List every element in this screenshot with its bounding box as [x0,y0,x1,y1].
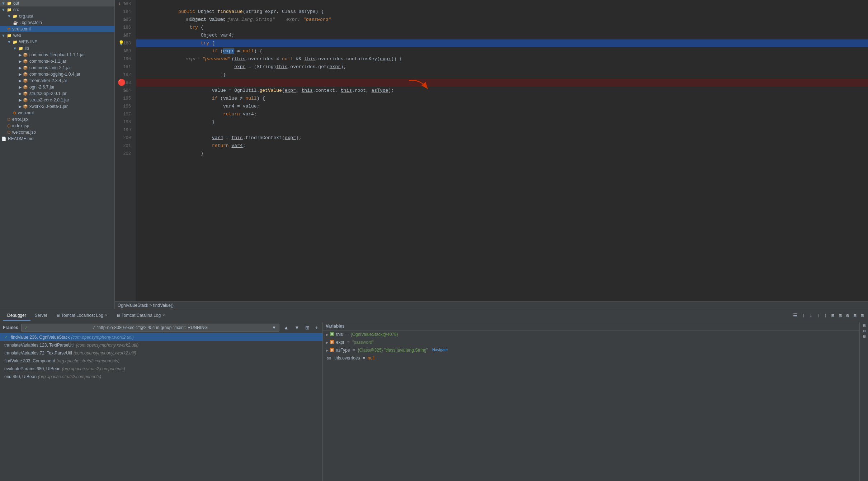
sidebar-item-commons-fileupload[interactable]: ▶ 📦 commons-fileupload-1.1.1.jar [0,52,114,58]
folder-icon: ▼ [13,46,17,51]
expand-icon: ▶ [19,98,22,103]
frame-class: (com.opensymphony.xwork2.util) [71,335,134,340]
frame-item-3[interactable]: findValue:303, Component (org.apache.str… [0,357,322,365]
this-icon: ≡ [330,332,334,336]
run-to-cursor-icon[interactable]: ↑ [822,312,828,319]
frame-class: (org.apache.struts2.components) [56,358,119,363]
variables-header: Variables [323,322,859,330]
variables-label: Variables [326,324,345,329]
settings-icon[interactable]: ⚙ [845,312,850,319]
code-line-201: } [136,142,868,150]
breadcrumb: OgnlValueStack > findValue() [118,303,174,308]
line-num-188: 💡 188 [118,39,133,47]
sidebar-item-org-test[interactable]: ▼ 📁 org.test [0,13,114,19]
sidebar-item-error-jsp[interactable]: ⬡ error.jsp [0,116,114,123]
code-line-192 [136,71,868,79]
frame-name: translateVariables:123, TextParseUtil [4,343,75,348]
folder-icon: ▼ [1,1,5,5]
frame-item-5[interactable]: end:450, UIBean (org.apache.struts2.comp… [0,373,322,381]
code-content: public Object findValue(String expr, Cla… [136,0,868,301]
sidebar-item-xwork[interactable]: ▶ 📦 xwork-2.0-beta-1.jar [0,103,114,110]
code-line-183: public Object findValue(String expr, Cla… [136,0,868,8]
var-item-expr[interactable]: ▶ p expr = "password" [323,338,859,346]
thread-selector[interactable]: ✓ ✓ "http-nio-8080-exec-1"@2,454 in grou… [21,324,279,332]
line-num-189: 189 ◆ [118,47,133,55]
line-num-196: 196 [118,103,133,110]
sidebar-item-web[interactable]: ▼ 📁 web [0,32,114,39]
code-line-198 [136,118,868,126]
frame-down-button[interactable]: ▼ [293,324,301,331]
debug-toolbar-icons: ☰ ↑ ↓ ↑ ↑ ⊞ ⊟ ⚙ ⊞ ⊟ [792,312,865,319]
line-num-199: 199 [118,126,133,134]
server-icon-2: 🖥 [116,313,120,318]
diamond-icon: ◆ [125,32,127,39]
code-scroll-area[interactable]: ↓ 183 ◆ 184 185 ◆ 186 187 ◆ 💡 188 [115,0,868,301]
sidebar-item-struts2-core[interactable]: ▶ 📦 struts2-core-2.0.1.jar [0,97,114,103]
jar-icon: 📦 [23,104,28,109]
folder-icon: ▼ [1,33,5,38]
tab-tomcat-catalina[interactable]: 🖥 Tomcat Catalina Log ✕ [112,311,169,321]
sidebar-item-commons-logging[interactable]: ▶ 📦 commons-logging-1.0.4.jar [0,71,114,77]
line-num-198: 198 [118,118,133,126]
tab-tomcat-localhost[interactable]: 🖥 Tomcat Localhost Log ✕ [52,311,112,321]
var-item-this[interactable]: ▶ ≡ this = {OgnlValueStack@4078} [323,330,859,338]
evaluate-icon[interactable]: ⊞ [830,312,836,319]
step-out-icon[interactable]: ↑ [815,312,821,319]
tab-debugger[interactable]: Debugger [3,311,30,321]
columns-icon[interactable]: ⊟ [859,312,865,319]
line-num-186: 186 [118,24,133,32]
sidebar-item-src[interactable]: ▼ 📁 src [0,6,114,13]
frame-item-2[interactable]: translateVariables:72, TextParseUtil (co… [0,349,322,357]
bulb-icon: 💡 [118,39,124,47]
jar-icon: 📦 [23,78,28,83]
folder-open-icon: 📁 [13,14,18,19]
jar-icon: 📦 [23,85,28,90]
sidebar-item-commons-io[interactable]: ▶ 📦 commons-io-1.1.jar [0,58,114,65]
frame-item-0[interactable]: ✓ findValue:236, OgnlValueStack (com.ope… [0,333,322,341]
var-item-overrides[interactable]: oo this.overrides = null [323,354,859,362]
code-line-188: if (expr ≠ null) { expr: "password" [136,39,868,47]
restore-icon[interactable]: ⊟ [837,312,843,319]
line-num-190: 190 [118,55,133,63]
frame-add-button[interactable]: + [314,324,320,331]
sidebar-item-webinf[interactable]: ▼ 📁 WEB-INF [0,39,114,45]
sidebar-item-readme[interactable]: 📄 README.md [0,135,114,142]
step-into-icon[interactable]: ↓ [808,312,814,319]
diamond-icon: ◆ [125,0,127,8]
dropdown-chevron-icon: ▼ [272,325,276,330]
expand-icon: ▶ [19,85,22,90]
step-over-icon[interactable]: ↑ [801,312,806,319]
sidebar-item-commons-lang[interactable]: ▶ 📦 commons-lang-2.1.jar [0,65,114,71]
side-btn-2[interactable]: ⊟ [861,329,867,333]
diamond-icon: ◆ [125,87,127,95]
frame-item-4[interactable]: evaluateParams:680, UIBean (org.apache.s… [0,365,322,373]
side-btn-1[interactable]: ⊞ [861,324,867,328]
sidebar-item-struts2-api[interactable]: ▶ 📦 struts2-api-2.0.1.jar [0,90,114,97]
sidebar-item-ognl[interactable]: ▶ 📦 ognl-2.6.7.jar [0,84,114,90]
frame-up-button[interactable]: ▲ [282,324,290,331]
sidebar-item-out[interactable]: ▼ 📁 out [0,0,114,6]
sidebar-item-web-xml[interactable]: ⚙ web.xml [0,110,114,116]
code-editor: ↓ 183 ◆ 184 185 ◆ 186 187 ◆ 💡 188 [115,0,868,309]
var-item-astype[interactable]: ▶ p asType = {Class@325} "class java.lan… [323,346,859,354]
grid-icon[interactable]: ⊞ [852,312,858,319]
sidebar-item-loginactoin[interactable]: ☕ LoginActoin [0,19,114,26]
line-num-184: 184 [118,8,133,16]
sidebar-item-lib[interactable]: ▼ 📁 lib [0,45,114,52]
tab-server[interactable]: Server [30,311,52,321]
frame-name: findValue:236, OgnlValueStack [11,335,70,340]
frame-filter-button[interactable]: ⊞ [304,324,311,331]
close-tomcat-catalina-button[interactable]: ✕ [162,313,165,317]
code-line-193: value = OgnlUtil.getValue(expr, this.con… [136,79,868,87]
sidebar-item-welcome-jsp[interactable]: ⬡ welcome.jsp [0,129,114,135]
navigate-link[interactable]: Navigate [432,348,448,352]
close-tomcat-localhost-button[interactable]: ✕ [105,313,108,317]
side-btn-3[interactable]: ⊞ [861,334,867,338]
sidebar-item-struts-xml[interactable]: ⚙ struts.xml [0,26,114,32]
expand-icon: ▶ [19,72,22,77]
frame-item-1[interactable]: translateVariables:123, TextParseUtil (c… [0,341,322,349]
sidebar-item-freemarker[interactable]: ▶ 📦 freemarker-2.3.4.jar [0,77,114,84]
var-value-this: {OgnlValueStack@4078} [351,332,398,337]
debug-menu-icon[interactable]: ☰ [792,312,799,319]
sidebar-item-index-jsp[interactable]: ⬡ index.jsp [0,123,114,129]
